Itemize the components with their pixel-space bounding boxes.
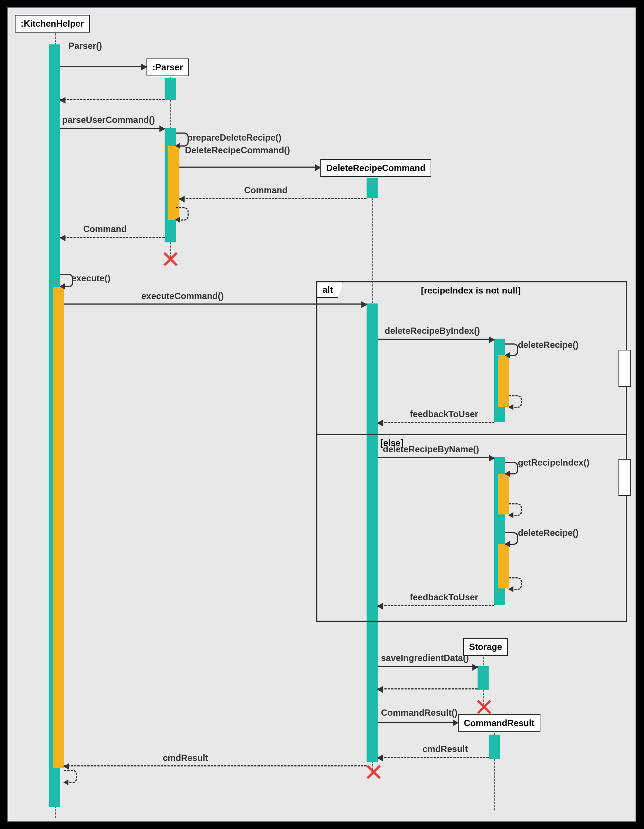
arrow-delbyname	[378, 457, 494, 458]
arrow-feedback2	[378, 605, 494, 606]
label-drc-new: DeleteRecipeCommand()	[185, 145, 290, 156]
selfloop-exec-ret	[64, 770, 77, 783]
label-delrecipe2: deleteRecipe()	[518, 528, 578, 538]
arrow-cmdres-ret2	[64, 765, 367, 766]
destroy-parser	[163, 252, 178, 266]
activation-cmdres	[489, 734, 500, 759]
arrow-executecmd	[64, 304, 367, 304]
arrow-feedback1	[378, 422, 494, 423]
label-delbyname: deleteRecipeByName()	[383, 444, 479, 454]
selfloop-prepare-ret	[176, 207, 189, 221]
activation-parser-new	[165, 78, 176, 100]
label-execute: execute()	[71, 273, 110, 284]
selfloop-getidx	[505, 462, 518, 474]
activation-kitchen-exec	[53, 287, 64, 768]
label-command-ret1: Command	[244, 185, 287, 195]
arrow-saveing	[378, 666, 477, 667]
selfloop-getidx-ret	[509, 503, 522, 516]
activation-storage	[477, 666, 489, 690]
label-cmdres-ret2: cmdResult	[163, 753, 208, 763]
arrow-drc-new	[180, 167, 320, 168]
arrow-delbyindex	[378, 339, 494, 340]
arrow-cmdres-new	[378, 722, 458, 723]
label-saveing: saveIngredientData()	[381, 653, 469, 663]
arrow-cmdres-ret1	[378, 757, 489, 758]
label-feedback2: feedbackToUser	[410, 592, 478, 602]
arrow-parseuser	[60, 128, 165, 129]
label-command-ret2: Command	[83, 224, 126, 234]
arrow-command-ret1	[180, 198, 367, 199]
lifeline-storage: Storage	[463, 638, 508, 656]
selfloop-delrecipe2	[505, 532, 518, 545]
label-executecmd: executeCommand()	[141, 291, 224, 301]
lifeline-drc: DeleteRecipeCommand	[320, 159, 431, 177]
selfloop-delrecipe2-ret	[509, 577, 522, 590]
alt-external-box-2	[619, 459, 631, 496]
destroy-drc	[366, 764, 381, 779]
label-feedback1: feedbackToUser	[410, 409, 478, 419]
arrow-command-ret2	[60, 237, 165, 238]
selfloop-prepare	[176, 132, 189, 147]
selfloop-delrecipe1-ret	[509, 395, 522, 408]
alt-separator	[317, 434, 626, 435]
lifeline-parser: :Parser	[146, 58, 189, 76]
activation-drc-new	[367, 178, 378, 198]
alt-tag: alt	[316, 282, 343, 298]
lifeline-cmdres: CommandResult	[458, 714, 540, 732]
lifeline-kitchenhelper: :KitchenHelper	[15, 15, 90, 33]
arrow-parser-new-ret	[60, 99, 165, 100]
label-delbyindex: deleteRecipeByIndex()	[385, 326, 480, 336]
alt-guard-1: [recipeIndex is not null]	[421, 285, 520, 296]
label-parseuser: parseUserCommand()	[62, 115, 155, 125]
label-cmdres-ret1: cmdResult	[422, 744, 468, 754]
label-prepare: prepareDeleteRecipe()	[187, 132, 282, 143]
destroy-storage	[476, 700, 491, 714]
arrow-parser-new	[60, 66, 146, 67]
label-parser-new: Parser()	[68, 41, 102, 51]
arrow-saveing-ret	[378, 689, 477, 689]
label-getidx: getRecipeIndex()	[518, 457, 589, 468]
label-cmdres-new: CommandResult()	[381, 708, 458, 718]
selfloop-delrecipe1	[505, 344, 518, 356]
alt-external-box-1	[619, 350, 631, 387]
label-delrecipe1: deleteRecipe()	[518, 340, 578, 350]
